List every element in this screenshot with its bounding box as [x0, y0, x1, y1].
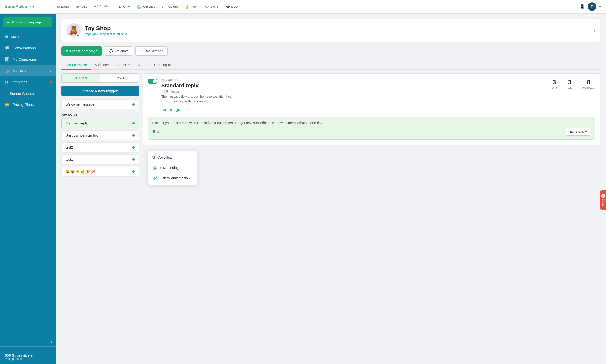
dropdown-test-sending[interactable]: 📡 Test sending [148, 162, 197, 173]
flows-tab[interactable]: Flows [100, 74, 139, 82]
edit-flow-button[interactable]: Edit the flow [566, 128, 591, 136]
logo-pulse-icon: ⟿ [28, 4, 34, 9]
sidebar-item-templates[interactable]: ⊟ Templates [0, 76, 56, 88]
bot-more-icon[interactable]: ··· [131, 32, 134, 36]
create-campaign-icon: ✏ [7, 20, 10, 24]
nav-email[interactable]: ✉ Email [54, 3, 72, 10]
websites-icon: 🌐 [137, 5, 141, 9]
send-icon: 📡 [152, 165, 157, 170]
sidebar-footer: 500 Subscribers Pricing Plans [0, 346, 56, 364]
bot-settings-button[interactable]: ⚙ Bot Settings [135, 46, 168, 56]
bot-chats-button[interactable]: 💬 Bot chats [104, 46, 133, 56]
tab-greeting-menu[interactable]: Greeting menu [150, 60, 180, 70]
logo[interactable]: SendPulse ⟿ [5, 4, 48, 9]
nav-crm[interactable]: ⚙ CRM [116, 3, 133, 10]
push-icon: 🔔 [185, 5, 189, 9]
stats-row: 3 sent 3 read 0 redirected [552, 78, 595, 90]
list-item-emojis[interactable]: 😂·😍·👏·🔥·🎉·💯 [61, 167, 139, 177]
bot-url[interactable]: https://toy-shop-test.ig.pulse.is [85, 32, 127, 36]
bot-name: Toy Shop [85, 25, 134, 32]
create-new-trigger-button[interactable]: Create a new trigger [61, 86, 139, 96]
active-dot-test1 [132, 158, 135, 161]
chats-side-button[interactable]: 8 Chats [600, 191, 606, 210]
nav-chatbots[interactable]: 💬 Chatbots [91, 3, 115, 10]
create-campaign-sidebar-button[interactable]: ✏ Create a campaign [3, 17, 52, 27]
bots-icon: 🤖 [5, 68, 10, 73]
chevron-right-icon: › [160, 130, 161, 133]
nav-right: 📱 T ▾ [580, 2, 601, 11]
triggers-tab[interactable]: Triggers [62, 74, 100, 82]
chat-icon: 💬 [109, 49, 113, 53]
list-item-standard-reply[interactable]: Standard reply [61, 118, 139, 128]
active-dot-unsubscribe [132, 134, 135, 137]
pricing-icon: 💳 [5, 102, 10, 107]
tab-menu[interactable]: Menu [134, 60, 150, 70]
dropdown-copy-flow[interactable]: ⧉ Copy flow [148, 152, 197, 162]
trigger-description: The message flow a subscriber receives a… [161, 94, 234, 104]
user-avatar[interactable]: T [588, 2, 596, 11]
trigger-more-button[interactable]: ··· [184, 107, 191, 113]
dropdown-link-to-launch[interactable]: 🔗 Link to launch a flow [148, 173, 197, 183]
list-item-test2[interactable]: test2 [61, 142, 139, 153]
crm-icon: ⚙ [119, 5, 122, 9]
nav-a360[interactable]: ⟳ A360 [73, 3, 90, 10]
smtp-icon: </> [204, 5, 209, 9]
tab-bot-structure[interactable]: Bot Structure [61, 60, 91, 70]
active-dot-welcome [132, 103, 135, 106]
trigger-toggle[interactable] [148, 78, 158, 84]
list-item-welcome[interactable]: Welcome message [61, 99, 139, 109]
stat-sent: 3 sent [552, 78, 557, 90]
nav-popups[interactable]: 🗃 Pop-ups [159, 3, 181, 10]
edit-trigger-link[interactable]: Edit the trigger [161, 108, 182, 112]
edu-icon: 🎓 [226, 5, 230, 9]
campaigns-icon: 📊 [5, 57, 10, 62]
tab-statistics[interactable]: Statistics [113, 60, 134, 70]
bot-avatar: 🧸 📷 [66, 23, 81, 38]
trigger-time: 🕐 5 minutes [161, 90, 234, 93]
nav-edu[interactable]: 🎓 EDU [223, 3, 241, 10]
clock-icon: 🕐 [161, 90, 165, 93]
flow-footer: 👤 3 › Edit the flow [152, 128, 591, 136]
active-dot-standard-reply [132, 122, 135, 124]
sidebar-collapse-arrow[interactable]: ◂ [0, 339, 56, 346]
mobile-icon[interactable]: 📱 [580, 4, 585, 9]
copy-icon: ⧉ [152, 155, 155, 159]
bot-info: Toy Shop https://toy-shop-test.ig.pulse.… [85, 25, 134, 36]
trigger-title: Standard reply [161, 82, 234, 89]
email-icon: ✉ [57, 5, 60, 9]
nav-websites[interactable]: 🌐 Websites [134, 3, 158, 10]
sidebar-item-conversations[interactable]: 💬 Conversations [0, 42, 56, 54]
main-layout: ✏ Create a campaign ⊞ Main 💬 Conversatio… [0, 13, 606, 364]
templates-icon: ⊟ [5, 80, 8, 84]
main-tabs: Bot Structure Audience Statistics Menu G… [61, 60, 600, 70]
sidebar-item-pricing-plans[interactable]: 💳 Pricing Plans [0, 99, 56, 110]
trigger-flow-tabs: Triggers Flows [61, 74, 139, 83]
sidebar-item-my-campaigns[interactable]: 📊 My Campaigns [0, 54, 56, 65]
edit-icon: ✏ [66, 49, 69, 53]
dropdown-menu: ⧉ Copy flow 📡 Test sending 🔗 Link to lau… [148, 151, 197, 185]
bot-header-info-icon[interactable]: ℹ [593, 27, 595, 33]
link-icon: 🔗 [152, 176, 157, 180]
nav-push[interactable]: 🔔 Push [182, 3, 200, 10]
collapse-icon: ◂ [50, 339, 52, 344]
list-item-unsubscribe[interactable]: Unsubscribe from bot [61, 130, 139, 141]
list-item-test1[interactable]: test1 [61, 155, 139, 165]
sidebar-item-my-bots[interactable]: 🤖 My Bots ◂ [0, 65, 56, 76]
chats-badge: 8 [601, 194, 605, 198]
create-campaign-button[interactable]: ✏ Create campaign [61, 46, 102, 56]
main-icon: ⊞ [5, 34, 8, 39]
nav-smtp[interactable]: </> SMTP [201, 3, 222, 10]
active-dot-test2 [132, 146, 135, 149]
active-dot-emojis [132, 170, 135, 173]
instagram-badge: 📷 [76, 33, 81, 38]
sidebar-item-signup-widgets[interactable]: ↑ Signup Widgets [0, 88, 56, 99]
subscriber-count: 500 Subscribers [5, 353, 51, 357]
tab-audience[interactable]: Audience [91, 60, 112, 70]
sidebar-item-main[interactable]: ⊞ Main [0, 31, 56, 42]
subscriber-count-badge[interactable]: 👤 3 › [152, 130, 161, 133]
top-navigation: SendPulse ⟿ ✉ Email ⟳ A360 💬 Chatbots ⚙ … [0, 0, 606, 13]
bots-collapse-icon: ◂ [49, 69, 51, 73]
chevron-down-icon[interactable]: ▾ [599, 4, 601, 9]
settings-icon: ⚙ [140, 49, 143, 53]
pricing-plans-link[interactable]: Pricing Plans [5, 357, 51, 361]
